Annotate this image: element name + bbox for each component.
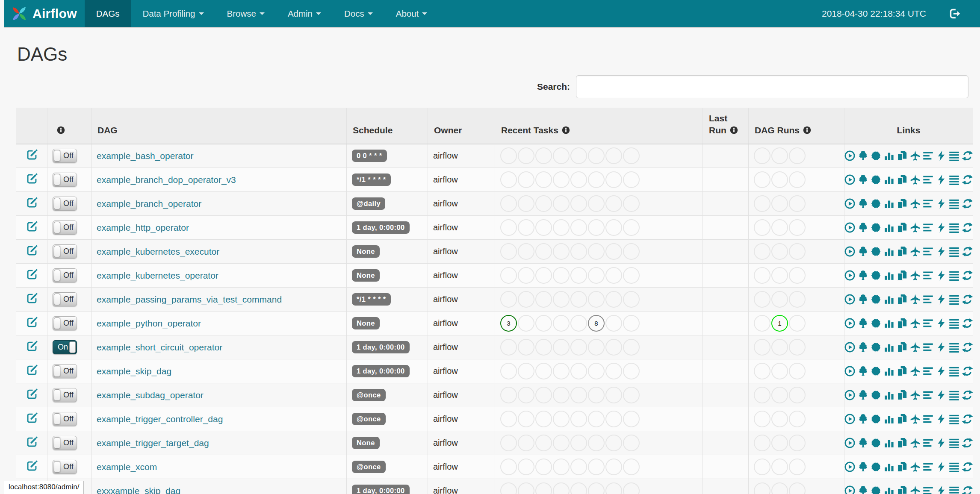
task-state-circle[interactable] bbox=[588, 195, 605, 212]
task-state-circle[interactable] bbox=[588, 363, 605, 379]
task-state-circle[interactable] bbox=[623, 147, 640, 164]
task-state-circle[interactable] bbox=[623, 435, 640, 451]
task-state-circle[interactable] bbox=[535, 195, 552, 212]
tree-view-icon[interactable] bbox=[857, 437, 869, 449]
logs-icon[interactable] bbox=[948, 318, 960, 329]
dag-pause-toggle[interactable]: Off bbox=[53, 292, 77, 306]
task-state-circle[interactable] bbox=[588, 387, 605, 403]
task-state-circle[interactable] bbox=[570, 387, 587, 403]
refresh-icon[interactable] bbox=[962, 222, 973, 233]
graph-view-icon[interactable] bbox=[870, 246, 882, 257]
trigger-dag-icon[interactable] bbox=[844, 246, 856, 257]
refresh-icon[interactable] bbox=[962, 318, 973, 329]
task-state-circle[interactable] bbox=[570, 459, 587, 475]
task-state-circle[interactable] bbox=[605, 459, 622, 475]
tree-view-icon[interactable] bbox=[857, 461, 869, 473]
task-state-circle[interactable] bbox=[553, 459, 570, 475]
task-tries-icon[interactable] bbox=[896, 461, 908, 473]
edit-dag-icon[interactable] bbox=[26, 340, 38, 353]
dag-link[interactable]: example_subdag_operator bbox=[97, 390, 204, 400]
task-tries-icon[interactable] bbox=[896, 485, 908, 494]
graph-view-icon[interactable] bbox=[870, 461, 882, 473]
dag-run-circle[interactable] bbox=[789, 171, 806, 188]
task-state-circle[interactable] bbox=[553, 195, 570, 212]
refresh-icon[interactable] bbox=[962, 174, 973, 185]
tree-view-icon[interactable] bbox=[857, 318, 869, 329]
task-state-circle[interactable] bbox=[535, 147, 552, 164]
dag-run-circle[interactable] bbox=[771, 363, 788, 379]
task-state-circle[interactable] bbox=[535, 339, 552, 356]
task-state-circle[interactable] bbox=[623, 267, 640, 284]
task-state-circle[interactable] bbox=[570, 171, 587, 188]
dag-link[interactable]: example_bash_operator bbox=[97, 151, 194, 161]
task-state-circle[interactable] bbox=[570, 267, 587, 284]
task-state-circle[interactable] bbox=[605, 219, 622, 236]
edit-dag-icon[interactable] bbox=[26, 173, 38, 185]
task-state-circle[interactable] bbox=[535, 459, 552, 475]
task-duration-icon[interactable] bbox=[883, 389, 895, 401]
task-state-circle[interactable] bbox=[605, 243, 622, 260]
trigger-dag-icon[interactable] bbox=[844, 341, 856, 353]
dag-run-circle[interactable] bbox=[754, 339, 770, 356]
dag-link[interactable]: exxxample_skip_dag bbox=[97, 486, 180, 494]
dag-run-circle[interactable]: 1 bbox=[771, 315, 788, 332]
dag-run-circle[interactable] bbox=[754, 195, 770, 212]
edit-dag-icon[interactable] bbox=[26, 316, 38, 329]
nav-item-browse[interactable]: Browse bbox=[215, 0, 276, 27]
dag-run-circle[interactable] bbox=[771, 147, 788, 164]
gantt-view-icon[interactable] bbox=[922, 341, 934, 353]
code-view-icon[interactable] bbox=[936, 270, 947, 281]
dag-run-circle[interactable] bbox=[789, 219, 806, 236]
task-state-circle[interactable] bbox=[500, 219, 517, 236]
task-state-circle[interactable] bbox=[518, 339, 534, 356]
dag-link[interactable]: example_branch_dop_operator_v3 bbox=[97, 175, 236, 185]
dag-run-circle[interactable] bbox=[754, 315, 770, 332]
code-view-icon[interactable] bbox=[936, 437, 947, 449]
dag-link[interactable]: example_passing_params_via_test_command bbox=[97, 294, 282, 304]
dag-pause-toggle[interactable]: Off bbox=[53, 460, 77, 474]
tree-view-icon[interactable] bbox=[857, 150, 869, 162]
dag-run-circle[interactable] bbox=[754, 267, 770, 284]
gantt-view-icon[interactable] bbox=[922, 413, 934, 425]
dag-run-circle[interactable] bbox=[789, 147, 806, 164]
dag-run-circle[interactable] bbox=[754, 171, 770, 188]
task-state-circle[interactable] bbox=[518, 411, 534, 427]
logs-icon[interactable] bbox=[948, 365, 960, 377]
task-duration-icon[interactable] bbox=[883, 437, 895, 449]
task-state-circle[interactable] bbox=[623, 315, 640, 332]
refresh-icon[interactable] bbox=[962, 294, 973, 305]
dag-link[interactable]: example_trigger_controller_dag bbox=[97, 414, 223, 424]
gantt-view-icon[interactable] bbox=[922, 198, 934, 209]
dag-link[interactable]: example_kubernetes_operator bbox=[97, 271, 218, 280]
task-state-circle[interactable] bbox=[588, 435, 605, 451]
edit-dag-icon[interactable] bbox=[26, 268, 38, 281]
refresh-icon[interactable] bbox=[962, 389, 973, 401]
landing-times-icon[interactable] bbox=[909, 365, 921, 377]
task-state-circle[interactable] bbox=[535, 315, 552, 332]
refresh-icon[interactable] bbox=[962, 341, 973, 353]
graph-view-icon[interactable] bbox=[870, 485, 882, 494]
graph-view-icon[interactable] bbox=[870, 437, 882, 449]
refresh-icon[interactable] bbox=[962, 365, 973, 377]
logs-icon[interactable] bbox=[948, 485, 960, 494]
edit-dag-icon[interactable] bbox=[26, 221, 38, 233]
task-tries-icon[interactable] bbox=[896, 365, 908, 377]
edit-dag-icon[interactable] bbox=[26, 436, 38, 448]
task-tries-icon[interactable] bbox=[896, 174, 908, 185]
logs-icon[interactable] bbox=[948, 270, 960, 281]
task-state-circle[interactable] bbox=[518, 267, 534, 284]
trigger-dag-icon[interactable] bbox=[844, 318, 856, 329]
dag-pause-toggle[interactable]: Off bbox=[53, 364, 77, 378]
task-state-circle[interactable] bbox=[570, 219, 587, 236]
trigger-dag-icon[interactable] bbox=[844, 174, 856, 185]
task-state-circle[interactable] bbox=[570, 195, 587, 212]
edit-dag-icon[interactable] bbox=[26, 364, 38, 376]
task-state-circle[interactable] bbox=[535, 291, 552, 308]
task-duration-icon[interactable] bbox=[883, 150, 895, 162]
task-state-circle[interactable] bbox=[605, 411, 622, 427]
gantt-view-icon[interactable] bbox=[922, 389, 934, 401]
task-state-circle[interactable]: 8 bbox=[588, 315, 605, 332]
task-state-circle[interactable] bbox=[588, 411, 605, 427]
dag-run-circle[interactable] bbox=[771, 195, 788, 212]
dag-run-circle[interactable] bbox=[754, 435, 770, 451]
